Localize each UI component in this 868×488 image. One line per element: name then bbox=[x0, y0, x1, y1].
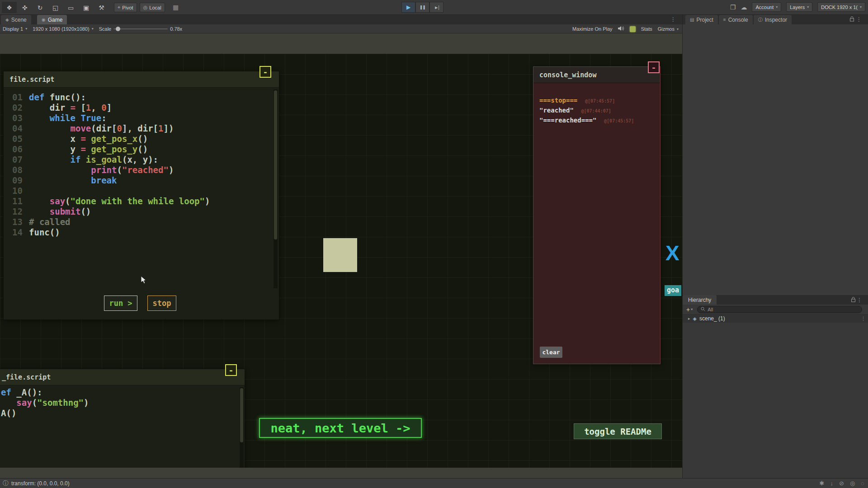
gamepad-icon: ◉ bbox=[42, 17, 46, 22]
tab-inspector-label: Inspector bbox=[765, 17, 787, 23]
search-icon bbox=[701, 307, 705, 312]
display-label: Display 1 bbox=[3, 26, 23, 32]
code-line: 12 submit() bbox=[4, 206, 273, 217]
resolution-dropdown[interactable]: 868 x 488 (868x488) ▾ bbox=[33, 26, 93, 32]
pane-menu-icon[interactable]: ⋮ bbox=[856, 16, 862, 23]
play-button[interactable]: ▶ bbox=[401, 2, 415, 13]
layers-dropdown[interactable]: Layers ▾ bbox=[786, 2, 812, 12]
console-icon: ≡ bbox=[723, 17, 726, 22]
tab-hierarchy[interactable]: Hierarchy bbox=[683, 295, 717, 305]
code-line: 04 move(dir[0], dir[1]) bbox=[4, 123, 273, 134]
tab-scene[interactable]: ◈ Scene bbox=[1, 15, 31, 24]
gizmos-dropdown[interactable]: Gizmos ▾ bbox=[658, 26, 679, 32]
script-window-header[interactable]: file.script bbox=[4, 71, 279, 88]
code-line: 08 print("reached") bbox=[4, 165, 273, 175]
console-window-header[interactable]: console_window bbox=[533, 67, 660, 83]
local-label: Local bbox=[149, 5, 161, 10]
hierarchy-item-scene[interactable]: ▸ ◈ scene_ (1) ⋮ bbox=[683, 314, 868, 323]
lock-icon[interactable] bbox=[849, 16, 854, 22]
hand-tool-button[interactable]: ❖ bbox=[2, 2, 17, 13]
local-toggle-button[interactable]: ◎ Local bbox=[140, 3, 165, 12]
script-window-title: file.script bbox=[4, 75, 54, 84]
code-line: 09 break bbox=[4, 175, 273, 186]
highlighted-toggle-icon[interactable] bbox=[630, 26, 636, 32]
log-message: ===stop=== bbox=[539, 97, 577, 104]
run-button[interactable]: run > bbox=[104, 296, 137, 311]
scrollbar[interactable] bbox=[240, 387, 244, 468]
download-icon[interactable]: ↓ bbox=[830, 480, 834, 487]
expand-arrow-icon[interactable]: ▸ bbox=[688, 316, 690, 321]
playmode-controls: ▶ ❚❚ ►| bbox=[401, 2, 443, 13]
main-toolbar: ❖ ✜ ↻ ◱ ▭ ▣ ⚒ ⌖ Pivot ◎ Local ▦ ▶ ❚❚ ►| … bbox=[0, 0, 868, 15]
clear-button[interactable]: clear bbox=[540, 347, 562, 358]
rect-tool-button[interactable]: ▭ bbox=[63, 2, 78, 13]
chevron-down-icon: ▾ bbox=[25, 27, 27, 31]
status-bar: ⓘ transform: (0.0, 0.0, 0.0) ✱ ↓ ⊘ ◎ ◌ bbox=[0, 478, 868, 488]
status-message[interactable]: transform: (0.0, 0.0, 0.0) bbox=[11, 480, 70, 487]
tab-game[interactable]: ◉ Game bbox=[37, 15, 67, 24]
lock-icon[interactable] bbox=[851, 297, 856, 302]
tab-console[interactable]: ≡ Console bbox=[719, 15, 753, 24]
rotate-tool-icon: ↻ bbox=[38, 4, 43, 11]
minimize-button[interactable]: - bbox=[259, 66, 271, 78]
scale-slider-thumb[interactable] bbox=[116, 27, 120, 31]
scale-slider[interactable] bbox=[113, 28, 168, 29]
tab-game-label: Game bbox=[48, 17, 63, 23]
services-icon[interactable]: ❐ bbox=[730, 4, 736, 11]
mute-audio-icon[interactable] bbox=[618, 26, 624, 32]
layout-dropdown[interactable]: DOCK 1920 x 1( ▾ bbox=[817, 2, 865, 12]
item-menu-icon[interactable]: ⋮ bbox=[861, 316, 866, 322]
right-panel: Hierarchy ⋮ + ▾ All bbox=[682, 24, 868, 478]
tab-project[interactable]: ▤ Project bbox=[685, 15, 718, 24]
mini-script-window-header[interactable]: _file.script bbox=[0, 369, 245, 385]
display-dropdown[interactable]: Display 1 ▾ bbox=[3, 26, 27, 32]
rotate-tool-button[interactable]: ↻ bbox=[33, 2, 47, 13]
minimize-button[interactable]: - bbox=[648, 61, 660, 73]
grid-snap-icon[interactable]: ▦ bbox=[173, 4, 179, 11]
scrollbar-thumb[interactable] bbox=[274, 90, 277, 239]
game-render-area[interactable]: file.script - 01def func():02 dir = [1, … bbox=[0, 54, 682, 468]
pivot-toggle-button[interactable]: ⌖ Pivot bbox=[114, 3, 137, 12]
move-tool-button[interactable]: ✜ bbox=[17, 2, 32, 13]
tab-inspector[interactable]: ⓘ Inspector bbox=[754, 15, 792, 24]
scrollbar-thumb[interactable] bbox=[240, 388, 243, 442]
gizmos-label: Gizmos bbox=[658, 26, 675, 32]
scrollbar[interactable] bbox=[274, 89, 278, 288]
activity-icon[interactable]: ✱ bbox=[820, 480, 825, 487]
code-editor[interactable]: 01def func():02 dir = [1, 0]03 while Tru… bbox=[4, 92, 273, 238]
code-line: 10 bbox=[4, 186, 273, 196]
transform-tool-button[interactable]: ▣ bbox=[79, 2, 94, 13]
chevron-down-icon: ▾ bbox=[92, 27, 94, 31]
code-line: 05 x = get_pos_x() bbox=[4, 134, 273, 144]
chevron-down-icon: ▾ bbox=[776, 5, 778, 9]
scale-tool-button[interactable]: ◱ bbox=[48, 2, 63, 13]
add-object-button[interactable]: + ▾ bbox=[686, 306, 693, 313]
cloud-icon[interactable]: ☁ bbox=[741, 4, 747, 11]
code-line: 13# called bbox=[4, 217, 273, 227]
unity-editor-window: ❖ ✜ ↻ ◱ ▭ ▣ ⚒ ⌖ Pivot ◎ Local ▦ ▶ ❚❚ ►| … bbox=[0, 0, 868, 488]
target-icon[interactable]: ◎ bbox=[850, 480, 855, 487]
progress-icon[interactable]: ◌ bbox=[861, 480, 864, 487]
network-icon[interactable]: ⊘ bbox=[839, 480, 844, 487]
toggle-readme-button[interactable]: toggle READMe bbox=[574, 423, 662, 439]
search-filter-label: All bbox=[708, 307, 713, 312]
account-dropdown[interactable]: Account ▾ bbox=[752, 2, 781, 12]
minimize-button[interactable]: - bbox=[225, 364, 237, 376]
player-square bbox=[323, 238, 357, 272]
pane-menu-icon[interactable]: ⋮ bbox=[857, 297, 862, 303]
log-timestamp: @[07:45:57] bbox=[604, 118, 634, 123]
maximize-on-play-toggle[interactable]: Maximize On Play bbox=[572, 26, 613, 32]
pause-button[interactable]: ❚❚ bbox=[415, 2, 429, 13]
hierarchy-search-input[interactable]: All bbox=[697, 306, 862, 313]
stats-toggle[interactable]: Stats bbox=[641, 26, 652, 32]
step-button[interactable]: ►| bbox=[429, 2, 443, 13]
code-editor[interactable]: ef _A(): say("somthng")A() bbox=[1, 387, 238, 418]
next-level-button[interactable]: neat, next level -> bbox=[259, 418, 422, 438]
local-icon: ◎ bbox=[143, 5, 148, 10]
log-timestamp: @[07:44:07] bbox=[581, 108, 611, 113]
layout-label: DOCK 1920 x 1( bbox=[821, 5, 858, 10]
code-line: A() bbox=[1, 408, 238, 418]
stop-button[interactable]: stop bbox=[147, 296, 176, 311]
custom-tool-button[interactable]: ⚒ bbox=[94, 2, 109, 13]
pane-menu-icon[interactable]: ⋮ bbox=[670, 16, 676, 23]
